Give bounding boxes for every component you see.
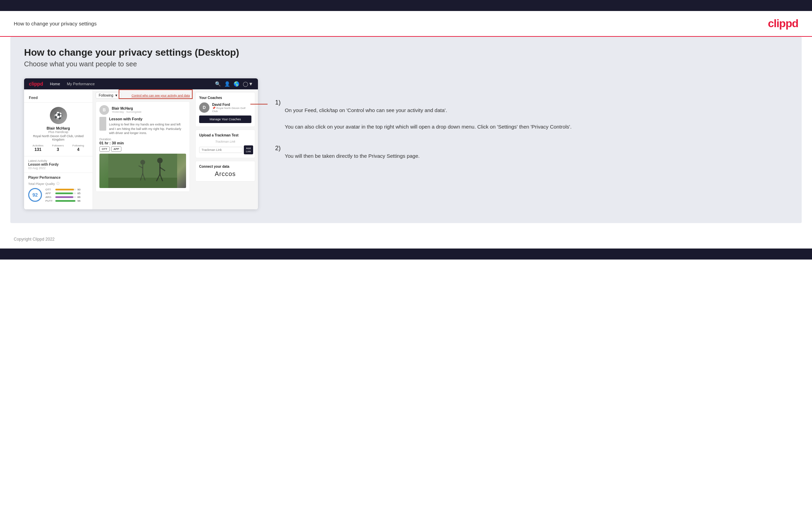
coach-info: David Ford 📌 Royal North Devon Golf Club [212,103,251,113]
activity-info: Lesson with Fordy Looking to feel like m… [109,117,186,137]
bar-putt: PUTT 96 [45,199,88,202]
clippd-logo: clippd [768,17,798,30]
pin-icon: 📌 [212,107,216,110]
activity-tags: OTT APP [99,146,186,152]
trackman-input-row: Add Link [199,145,251,154]
stat-followers: Followers 3 [52,144,64,152]
nav-item-home[interactable]: Home [50,82,60,86]
instruction-1-text: On your Feed, click/tap on 'Control who … [285,106,572,131]
instruction-1: 1) On your Feed, click/tap on 'Control w… [275,99,572,131]
trackman-link-input[interactable] [199,147,242,153]
activity-avatar: B [99,105,109,115]
control-privacy-link[interactable]: Control who can see your activity and da… [131,94,190,97]
coaches-title: Your Coaches [199,96,251,100]
annotation-line-h [250,104,268,104]
perf-quality-label: Total Player Quality ⓘ [28,181,88,186]
footer: Copyright Clippd 2022 [0,230,812,249]
activity-thumb [99,117,106,131]
tag-ott: OTT [99,146,110,152]
connect-card: Connect your data Arccos [195,161,255,181]
stat-following: Following 4 [73,144,84,152]
coach-name: David Ford [212,103,251,107]
tag-app: APP [111,146,121,152]
instruction-2-text: You will then be taken directly to the P… [285,152,572,160]
coach-item: D David Ford 📌 Royal North Devon Golf Cl… [199,102,251,113]
feed-header: Following ▼ Control who can see your act… [96,92,190,99]
app-screenshot: clippd Home My Performance 🔍 👤 🌎 ◯▼ Feed… [24,78,258,209]
avatar-icon[interactable]: ◯▼ [243,81,253,87]
bar-app: APP 85 [45,192,88,195]
activity-desc: Looking to feel like my hands are exitin… [109,122,186,135]
profile-handicap: Plus Handicap [28,130,88,134]
instruction-1-num: 1) [275,99,281,106]
player-performance-panel: Player Performance Total Player Quality … [24,173,93,206]
app-navbar: clippd Home My Performance 🔍 👤 🌎 ◯▼ [24,78,258,89]
following-label: Following [99,93,113,97]
latest-date: 03 Aug 2022 [28,166,88,170]
chevron-down-icon: ▼ [115,93,118,97]
activity-user-sub: Yesterday · Sunningdale [112,110,141,113]
globe-icon[interactable]: 🌎 [234,81,239,87]
instructions: 1) On your Feed, click/tap on 'Control w… [268,99,572,168]
bar-ott: OTT 90 [45,188,88,191]
activity-image [99,154,186,188]
nav-icons: 🔍 👤 🌎 ◯▼ [215,81,253,87]
app-feed: Following ▼ Control who can see your act… [93,89,193,209]
quality-display: 92 OTT 90 APP 85 [28,188,88,203]
instruction-2: 2) You will then be taken directly to th… [275,145,572,160]
activity-user-info: Blair McHarg Yesterday · Sunningdale [112,107,141,113]
page-subtitle: Choose what you want people to see [24,60,788,68]
coach-club: 📌 Royal North Devon Golf Club [212,107,251,113]
app-logo-nav: clippd [29,81,43,87]
duration-label: Duration [99,137,186,141]
profile-stats: Activities 131 Followers 3 Following 4 [28,144,88,152]
trackman-placeholder-label: Trackman Link [199,140,251,143]
activity-image-svg [99,154,186,188]
coach-avatar: D [199,102,209,113]
bar-arg: ARG 86 [45,196,88,199]
add-link-button[interactable]: Add Link [244,145,253,154]
svg-rect-1 [108,178,177,188]
activity-user: B Blair McHarg Yesterday · Sunningdale [99,105,186,115]
svg-point-7 [140,160,145,165]
top-bar [0,0,812,11]
profile-club: Royal North Devon Golf Club, United King… [28,134,88,141]
copyright-text: Copyright Clippd 2022 [14,237,55,242]
latest-name: Lesson with Fordy [28,163,88,166]
following-button[interactable]: Following ▼ [96,92,121,99]
profile-avatar: ⚽ [50,107,67,124]
bottom-bar [0,249,812,260]
coaches-card: Your Coaches D David Ford 📌 Royal North … [195,92,255,127]
quality-score: 92 [28,188,42,202]
profile-name: Blair McHarg [28,126,88,130]
screenshot-wrapper: clippd Home My Performance 🔍 👤 🌎 ◯▼ Feed… [24,78,788,209]
perf-title: Player Performance [28,176,88,179]
nav-item-performance[interactable]: My Performance [67,82,95,86]
main-content: How to change your privacy settings (Des… [10,37,802,223]
sidebar-tab-feed[interactable]: Feed [24,93,93,103]
activity-username: Blair McHarg [112,107,141,110]
duration-value: 01 hr : 30 min [99,141,124,145]
activity-duration: Duration 01 hr : 30 min OTT APP [99,137,186,152]
instruction-2-num: 2) [275,145,281,152]
activity-body: Lesson with Fordy Looking to feel like m… [99,117,186,137]
trackman-title: Upload a Trackman Test [199,133,251,137]
profile-card: ⚽ Blair McHarg Plus Handicap Royal North… [24,103,93,156]
info-icon: ⓘ [56,181,59,186]
activity-card: B Blair McHarg Yesterday · Sunningdale L… [96,101,190,192]
header: How to change your privacy settings clip… [0,11,812,37]
search-icon[interactable]: 🔍 [215,81,221,87]
app-sidebar: Feed ⚽ Blair McHarg Plus Handicap Royal … [24,89,93,209]
activity-title: Lesson with Fordy [109,117,186,121]
arccos-brand: Arccos [199,170,251,178]
annotation-area: 1) On your Feed, click/tap on 'Control w… [268,99,572,168]
app-body: Feed ⚽ Blair McHarg Plus Handicap Royal … [24,89,258,209]
page-title: How to change your privacy settings (Des… [24,47,788,58]
app-right-panel: Your Coaches D David Ford 📌 Royal North … [193,89,258,209]
breadcrumb: How to change your privacy settings [14,21,97,26]
trackman-card: Upload a Trackman Test Trackman Link Add… [195,130,255,158]
latest-activity-panel: Latest Activity Lesson with Fordy 03 Aug… [24,156,93,173]
svg-point-2 [157,158,163,163]
manage-coaches-button[interactable]: Manage Your Coaches [199,115,251,123]
user-icon[interactable]: 👤 [224,81,230,87]
